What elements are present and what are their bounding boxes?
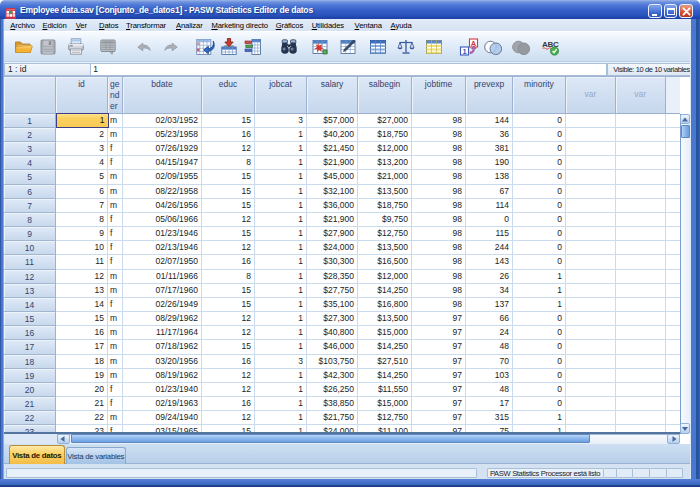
svg-text:1: 1 xyxy=(462,46,466,55)
